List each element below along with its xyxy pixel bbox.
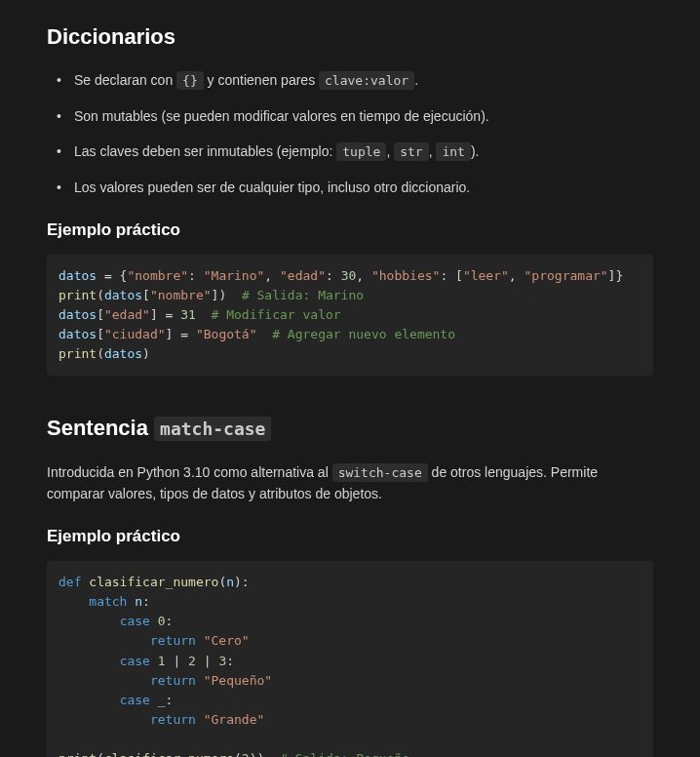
text: Son mutables (se pueden modificar valore… <box>74 108 489 124</box>
inline-code: str <box>394 142 428 161</box>
code-block[interactable]: def clasificar_numero(n): match n: case … <box>47 561 653 757</box>
example-heading: Ejemplo práctico <box>47 523 653 549</box>
code-content: def clasificar_numero(n): match n: case … <box>58 573 642 757</box>
paragraph: Introducida en Python 3.10 como alternat… <box>47 461 653 505</box>
text: Los valores pueden ser de cualquier tipo… <box>74 179 470 195</box>
text: Sentencia <box>47 416 154 440</box>
inline-code: switch-case <box>332 463 428 482</box>
section-diccionarios: Diccionarios Se declaran con {} y contie… <box>47 20 653 376</box>
code-content: datos = {"nombre": "Marino", "edad": 30,… <box>58 266 642 365</box>
heading-diccionarios: Diccionarios <box>47 20 653 54</box>
section-match-case: Sentencia match-case Introducida en Pyth… <box>47 411 653 757</box>
list-item: Se declaran con {} y contienen pares cla… <box>47 69 653 92</box>
text: y contienen pares <box>204 72 319 88</box>
inline-code: clave:valor <box>319 71 414 90</box>
text: Se declaran con <box>74 72 176 88</box>
text: Introducida en Python 3.10 como alternat… <box>47 464 332 480</box>
bullet-list: Se declaran con {} y contienen pares cla… <box>47 69 653 198</box>
inline-code: match-case <box>154 417 271 441</box>
heading-match-case: Sentencia match-case <box>47 411 653 445</box>
text: . <box>414 72 418 88</box>
text: ). <box>471 143 480 159</box>
inline-code: {} <box>176 71 204 90</box>
code-block[interactable]: datos = {"nombre": "Marino", "edad": 30,… <box>47 255 653 377</box>
inline-code: int <box>436 142 470 161</box>
text: Las claves deben ser inmutables (ejemplo… <box>74 143 336 159</box>
list-item: Las claves deben ser inmutables (ejemplo… <box>47 140 653 163</box>
inline-code: tuple <box>336 142 386 161</box>
list-item: Los valores pueden ser de cualquier tipo… <box>47 177 653 198</box>
list-item: Son mutables (se pueden modificar valore… <box>47 105 653 127</box>
example-heading: Ejemplo práctico <box>47 217 653 243</box>
